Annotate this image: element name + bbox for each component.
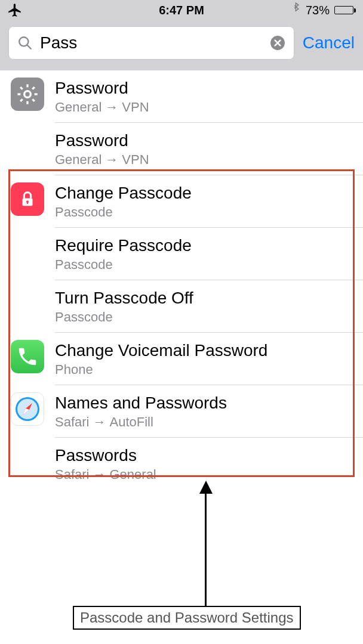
result-path: Passcode xyxy=(55,257,355,273)
gear-icon xyxy=(11,78,44,111)
svg-point-3 xyxy=(24,91,31,98)
result-row[interactable]: Password General→VPN xyxy=(0,70,363,123)
result-title: Change Passcode xyxy=(55,182,355,203)
no-icon xyxy=(11,445,44,478)
annotation-arrow xyxy=(205,493,207,606)
clear-icon[interactable] xyxy=(270,35,285,51)
result-row[interactable]: Change Voicemail Password Phone xyxy=(0,333,363,385)
result-path: General→VPN xyxy=(55,152,355,168)
no-icon xyxy=(11,130,44,163)
result-title: Names and Passwords xyxy=(55,392,355,413)
result-path: Safari→AutoFill xyxy=(55,414,355,430)
svg-line-10 xyxy=(20,99,23,101)
no-icon xyxy=(11,287,44,321)
result-path: Phone xyxy=(55,362,355,377)
safari-icon xyxy=(11,392,44,426)
airplane-mode-icon xyxy=(7,2,23,18)
result-path: Passcode xyxy=(55,309,355,325)
status-bar: 6:47 PM 73% xyxy=(0,0,363,20)
svg-rect-14 xyxy=(27,202,28,204)
result-title: Password xyxy=(55,78,355,98)
battery-percent: 73% xyxy=(306,4,330,17)
search-bar: Cancel xyxy=(0,20,363,70)
search-results: Password General→VPN Password General→VP… xyxy=(0,70,363,490)
bluetooth-icon xyxy=(292,2,301,18)
cancel-button[interactable]: Cancel xyxy=(303,33,355,52)
result-row[interactable]: Names and Passwords Safari→AutoFill xyxy=(0,385,363,438)
result-title: Change Voicemail Password xyxy=(55,340,355,361)
search-input[interactable] xyxy=(40,33,263,52)
result-path: Passcode xyxy=(55,205,355,220)
result-row[interactable]: Password General→VPN xyxy=(0,123,363,175)
svg-line-1 xyxy=(27,45,31,49)
no-icon xyxy=(11,235,44,268)
result-path: General→VPN xyxy=(55,100,355,115)
search-field[interactable] xyxy=(8,26,294,60)
phone-icon xyxy=(11,340,44,373)
result-title: Password xyxy=(55,130,355,151)
lock-icon xyxy=(11,182,44,216)
result-title: Turn Passcode Off xyxy=(55,287,355,308)
result-title: Passwords xyxy=(55,445,355,466)
result-row[interactable]: Turn Passcode Off Passcode xyxy=(0,280,363,333)
battery-icon xyxy=(334,6,356,14)
result-row[interactable]: Require Passcode Passcode xyxy=(0,228,363,280)
search-icon xyxy=(17,35,33,51)
svg-line-8 xyxy=(20,87,23,89)
svg-line-9 xyxy=(32,99,35,101)
annotation-arrowhead xyxy=(199,481,213,494)
result-row[interactable]: Passwords Safari→General xyxy=(0,438,363,490)
annotation-label: Passcode and Password Settings xyxy=(73,606,301,630)
status-time: 6:47 PM xyxy=(159,4,204,17)
result-title: Require Passcode xyxy=(55,235,355,256)
svg-line-11 xyxy=(32,87,35,89)
result-row[interactable]: Change Passcode Passcode xyxy=(0,175,363,228)
